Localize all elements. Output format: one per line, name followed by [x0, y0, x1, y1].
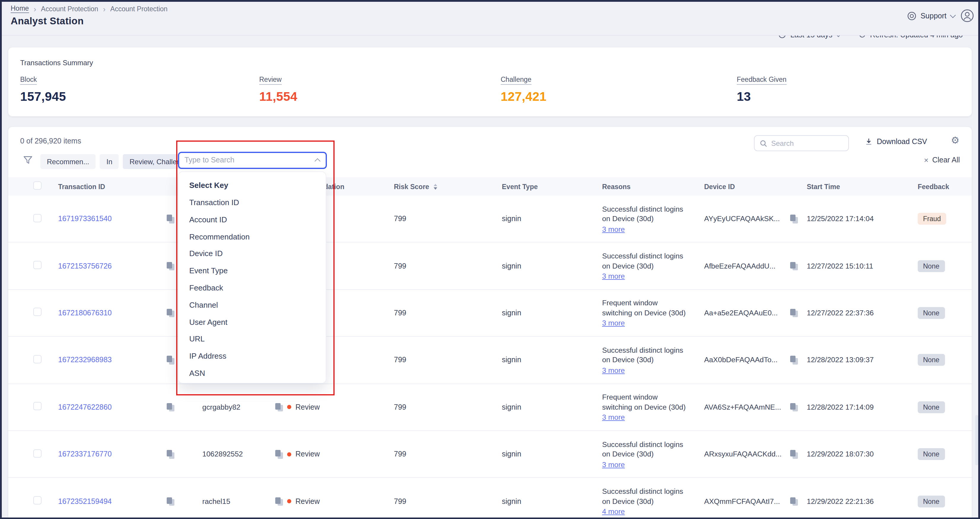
download-csv-button[interactable]: Download CSV — [865, 138, 927, 146]
copy-icon[interactable] — [167, 309, 174, 318]
risk-score-value: 799 — [394, 309, 406, 317]
gear-icon[interactable]: ⚙ — [951, 135, 959, 146]
more-reasons-link[interactable]: 3 more — [602, 460, 625, 468]
table-row: 1672180676310799signinFrequent windowswi… — [8, 290, 972, 337]
select-all-checkbox[interactable] — [33, 181, 41, 189]
copy-icon[interactable] — [790, 497, 798, 506]
event-type-value: signin — [502, 214, 521, 223]
recommendation-cell: Review — [279, 431, 386, 478]
transaction-id-link[interactable]: 1672180676310 — [58, 309, 112, 317]
metric-label[interactable]: Challenge — [501, 76, 531, 85]
row-checkbox-cell — [25, 308, 51, 318]
dropdown-option[interactable]: ASN — [178, 365, 326, 383]
column-header-feedback[interactable]: Feedback — [910, 183, 972, 190]
dropdown-group-label: Select Key — [178, 179, 326, 194]
copy-icon[interactable] — [167, 450, 174, 459]
metric-label[interactable]: Feedback Given — [737, 76, 787, 85]
filter-chip[interactable]: In — [100, 154, 119, 169]
page-title: Analyst Station — [11, 16, 84, 27]
copy-icon[interactable] — [790, 450, 798, 459]
row-checkbox-cell — [25, 355, 51, 365]
event-type-cell: signin — [494, 337, 594, 383]
metric-label[interactable]: Review — [259, 76, 282, 85]
transaction-id-cell: 1672337176770 — [51, 431, 194, 478]
column-header-txn[interactable]: Transaction ID — [51, 183, 194, 190]
column-header-label: Risk Score — [394, 183, 429, 190]
copy-icon[interactable] — [167, 356, 174, 365]
column-header-event[interactable]: Event Type — [494, 183, 594, 190]
dropdown-option[interactable]: Event Type — [178, 263, 326, 280]
reason-text: Successful distinct loginson Device (30d… — [602, 487, 697, 506]
copy-icon[interactable] — [790, 309, 798, 318]
copy-icon[interactable] — [167, 403, 174, 412]
row-checkbox[interactable] — [33, 355, 41, 363]
reason-text: Successful distinct loginson Device (30d… — [602, 204, 697, 224]
column-header-start[interactable]: Start Time — [799, 183, 910, 190]
account-id-value: rachel15 — [202, 497, 230, 505]
transaction-id-link[interactable]: 1672352159494 — [58, 497, 112, 505]
dropdown-option[interactable]: Device ID — [178, 246, 326, 263]
event-type-cell: signin — [494, 384, 594, 430]
sort-icon[interactable] — [434, 184, 438, 189]
user-avatar[interactable] — [961, 9, 974, 22]
dropdown-option[interactable]: Transaction ID — [178, 194, 326, 212]
table-scrollbar[interactable] — [975, 415, 978, 465]
row-checkbox[interactable] — [33, 214, 41, 222]
more-reasons-link[interactable]: 3 more — [602, 413, 625, 422]
column-header-device[interactable]: Device ID — [697, 183, 799, 190]
copy-icon[interactable] — [790, 356, 798, 365]
row-checkbox[interactable] — [33, 261, 41, 269]
dropdown-option[interactable]: Channel — [178, 297, 326, 314]
breadcrumb-home-link[interactable]: Home — [11, 5, 29, 13]
copy-icon[interactable] — [790, 262, 798, 271]
row-checkbox[interactable] — [33, 496, 41, 505]
more-reasons-link[interactable]: 3 more — [602, 319, 625, 327]
more-reasons-link[interactable]: 3 more — [602, 225, 625, 233]
dropdown-option[interactable]: URL — [178, 331, 326, 348]
feedback-badge: None — [918, 354, 945, 366]
row-checkbox[interactable] — [33, 402, 41, 411]
column-header-label: Transaction ID — [58, 183, 105, 190]
filter-funnel-icon — [23, 156, 33, 165]
copy-icon[interactable] — [167, 497, 174, 506]
column-header-risk[interactable]: Risk Score — [386, 183, 494, 190]
more-reasons-link[interactable]: 3 more — [602, 367, 625, 375]
reason-text: Successful distinct loginson Device (30d… — [602, 346, 697, 365]
recommendation-dot-icon — [287, 405, 291, 409]
transaction-id-link[interactable]: 1672337176770 — [58, 450, 112, 458]
account-id-value: gcrgabby82 — [202, 403, 240, 411]
filter-chip[interactable]: Recommen... — [40, 154, 96, 169]
more-reasons-link[interactable]: 4 more — [602, 508, 625, 516]
more-reasons-link[interactable]: 3 more — [602, 272, 625, 280]
column-header-reasons[interactable]: Reasons — [594, 183, 697, 190]
copy-icon[interactable] — [167, 262, 174, 271]
dropdown-option[interactable]: Feedback — [178, 280, 326, 297]
key-search-input[interactable] — [185, 156, 309, 165]
table-search-box[interactable] — [754, 135, 849, 151]
copy-icon[interactable] — [790, 403, 798, 412]
dropdown-option[interactable]: Account ID — [178, 212, 326, 229]
breadcrumb-item[interactable]: Account Protection — [41, 5, 98, 13]
support-menu[interactable]: Support — [907, 11, 955, 21]
row-checkbox[interactable] — [33, 308, 41, 316]
search-input[interactable] — [771, 139, 843, 147]
copy-icon[interactable] — [167, 214, 174, 224]
transaction-id-link[interactable]: 1672247622860 — [58, 403, 112, 411]
transaction-id-link[interactable]: 1672232968983 — [58, 356, 112, 364]
dropdown-option[interactable]: IP Address — [178, 348, 326, 365]
reasons-cell: Successful distinct loginson Device (30d… — [594, 337, 697, 383]
start-time-value: 12/28/2022 17:14:09 — [807, 403, 874, 411]
device-id-cell: AXQmmFCFAQAAtI7... — [697, 478, 799, 519]
transaction-id-link[interactable]: 1672153756726 — [58, 262, 112, 270]
key-search-combobox[interactable] — [178, 152, 327, 169]
dropdown-option[interactable]: User Agent — [178, 314, 326, 331]
row-checkbox[interactable] — [33, 449, 41, 457]
metric-label[interactable]: Block — [20, 76, 37, 85]
event-type-cell: signin — [494, 196, 594, 242]
copy-icon[interactable] — [790, 214, 798, 224]
clear-all-button[interactable]: ✕ Clear All — [924, 156, 960, 164]
transaction-id-cell: 1672153756726 — [51, 243, 194, 289]
device-id-cell: AaX0bDeFAQAAdTo... — [697, 337, 799, 383]
transaction-id-link[interactable]: 1671973361540 — [58, 214, 112, 223]
dropdown-option[interactable]: Recommendation — [178, 229, 326, 246]
